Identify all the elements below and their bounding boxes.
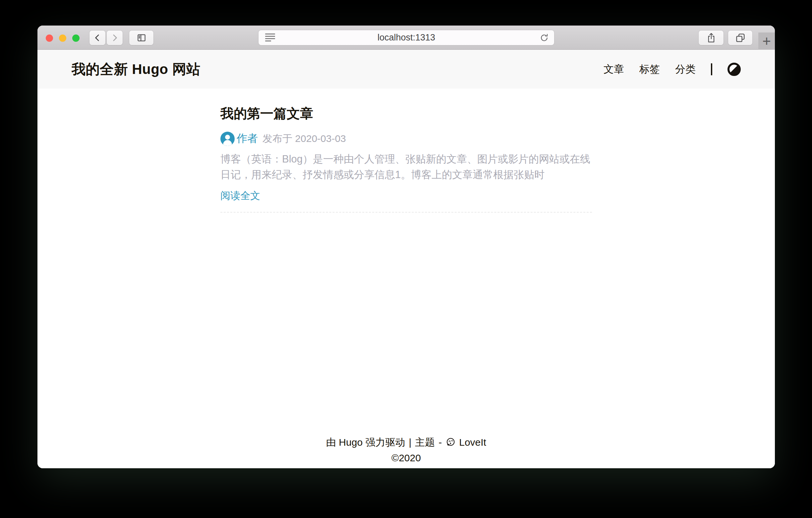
post-meta: 作者 发布于 2020-03-03 [221,131,592,146]
browser-window: localhost:1313 + 我的全新 Hugo 网站 文章 标签 分类 [37,26,775,468]
nav-divider [711,63,712,75]
back-icon [93,33,102,43]
post-summary: 博客（英语：Blog）是一种由个人管理、张贴新的文章、图片或影片的网站或在线日记… [221,151,592,182]
post-date: 发布于 2020-03-03 [262,132,346,145]
nav-item-categories[interactable]: 分类 [675,62,696,76]
kiss-wink-heart-icon [445,437,455,447]
page-main: 我的第一篇文章 作者 发布于 2020-03-03 博客（英语：Blog）是一种… [37,88,775,468]
post-title[interactable]: 我的第一篇文章 [221,105,592,123]
nav-item-tags[interactable]: 标签 [639,62,660,76]
browser-toolbar: localhost:1313 + [37,26,775,50]
author-link[interactable]: 作者 [237,131,258,146]
site-header: 我的全新 Hugo 网站 文章 标签 分类 [37,50,775,88]
show-tabs-button[interactable] [728,30,752,45]
footer-separator: | [409,436,411,449]
tabs-icon [735,32,746,43]
plus-icon: + [762,34,771,48]
user-circle-icon [221,132,235,146]
forward-button[interactable] [107,30,123,45]
powered-by-text: 由 Hugo 强力驱动 [326,436,405,449]
footer-powered-line: 由 Hugo 强力驱动 | 主题 - LoveIt [37,436,775,449]
theme-toggle-icon[interactable] [727,63,741,76]
share-button[interactable] [699,30,724,45]
post-divider [221,212,592,213]
theme-label: 主题 [415,436,435,449]
copyright-text: ©2020 [37,452,775,464]
address-bar[interactable]: localhost:1313 [259,30,554,45]
sidebar-toggle-button[interactable] [129,30,153,45]
main-nav: 文章 标签 分类 [604,62,741,76]
read-more-link[interactable]: 阅读全文 [221,189,260,202]
forward-icon [110,33,119,43]
reload-icon[interactable] [540,33,549,43]
nav-item-posts[interactable]: 文章 [604,62,624,76]
share-icon [706,32,716,44]
article-summary-card: 我的第一篇文章 作者 发布于 2020-03-03 博客（英语：Blog）是一种… [221,105,592,213]
url-text[interactable]: localhost:1313 [259,32,554,43]
theme-name-link[interactable]: LoveIt [459,436,486,449]
zoom-button[interactable] [72,34,80,42]
footer-dash: - [438,436,442,449]
sidebar-icon [136,33,147,43]
minimize-button[interactable] [59,34,66,42]
close-button[interactable] [46,34,53,42]
site-footer: 由 Hugo 强力驱动 | 主题 - LoveIt ©2020 [37,436,775,468]
new-tab-button[interactable]: + [758,32,775,50]
site-title[interactable]: 我的全新 Hugo 网站 [71,60,201,79]
back-button[interactable] [89,30,106,45]
